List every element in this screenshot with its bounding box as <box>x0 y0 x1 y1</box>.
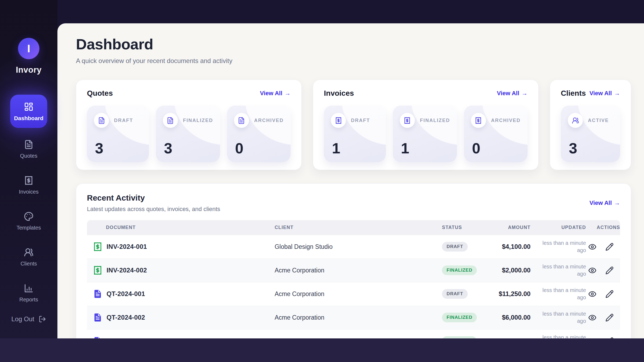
amount: $4,100.00 <box>495 235 530 258</box>
amount: $6,000.00 <box>495 306 530 329</box>
sidebar-item-quotes[interactable]: Quotes <box>20 140 37 159</box>
updated-time: less than a minute ago <box>530 329 586 338</box>
table-row[interactable]: QT-2024-003 TechStart Inc. FINALIZED $70… <box>87 329 620 338</box>
clients-view-all-link[interactable]: View All → <box>590 90 620 97</box>
bar-chart-icon <box>24 283 34 293</box>
stat-value: 0 <box>472 141 521 156</box>
document-id: QT-2024-002 <box>107 314 145 321</box>
stat-tile-quotes-finalized: FINALIZED 3 <box>156 106 220 162</box>
updated-time: less than a minute ago <box>530 306 586 329</box>
recent-activity-subtitle: Latest updates across quotes, invoices, … <box>87 206 220 213</box>
sidebar-item-label: Invoices <box>19 189 38 195</box>
document-id: QT-2024-001 <box>107 290 145 298</box>
clients-card: Clients View All → ACTIVE <box>550 80 631 170</box>
updated-time: less than a minute ago <box>530 282 586 306</box>
table-header-row: DOCUMENT CLIENT STATUS AMOUNT UPDATED AC… <box>87 220 620 235</box>
quotes-card: Quotes View All → DRAFT <box>76 80 302 170</box>
arrow-right-icon: → <box>614 90 620 97</box>
sidebar-item-dashboard[interactable]: Dashboard <box>10 95 47 128</box>
users-icon <box>24 248 34 257</box>
table-row[interactable]: INV-2024-002 Acme Corporation FINALIZED … <box>87 258 620 282</box>
users-icon <box>568 113 583 128</box>
recent-activity-table: DOCUMENT CLIENT STATUS AMOUNT UPDATED AC… <box>87 220 620 338</box>
file-icon <box>234 113 249 128</box>
receipt-icon <box>93 265 103 275</box>
table-row[interactable]: QT-2024-002 Acme Corporation FINALIZED $… <box>87 306 620 329</box>
view-all-label: View All <box>590 90 612 97</box>
view-all-label: View All <box>590 200 612 206</box>
sidebar-item-label: Quotes <box>20 153 37 159</box>
bottom-bar <box>0 338 644 362</box>
logout-button[interactable]: Log Out <box>0 315 57 323</box>
stat-label: ARCHIVED <box>491 118 521 123</box>
main-content: Dashboard A quick overview of your recen… <box>57 23 644 338</box>
stat-label: DRAFT <box>114 118 133 123</box>
stat-label: FINALIZED <box>420 118 450 123</box>
file-icon <box>93 289 103 299</box>
receipt-icon <box>24 176 34 185</box>
view-icon[interactable] <box>588 243 597 251</box>
status-badge: FINALIZED <box>442 313 477 322</box>
quotes-view-all-link[interactable]: View All → <box>260 90 291 97</box>
sidebar-item-label: Clients <box>20 261 37 267</box>
receipt-icon <box>93 242 103 252</box>
column-header-amount: AMOUNT <box>495 220 530 235</box>
card-title: Quotes <box>87 89 113 98</box>
table-row[interactable]: QT-2024-001 Acme Corporation DRAFT $11,2… <box>87 282 620 306</box>
receipt-icon <box>331 113 346 128</box>
brand-logo-letter: I <box>27 43 30 55</box>
view-icon[interactable] <box>588 266 597 275</box>
arrow-right-icon: → <box>522 90 528 97</box>
status-badge: DRAFT <box>442 289 468 299</box>
stat-value: 3 <box>164 141 213 156</box>
recent-activity-card: Recent Activity Latest updates across qu… <box>76 183 631 338</box>
arrow-right-icon: → <box>285 90 291 97</box>
sidebar-item-invoices[interactable]: Invoices <box>19 176 38 195</box>
edit-icon[interactable] <box>605 243 614 251</box>
invoices-card: Invoices View All → DRAFT <box>313 80 539 170</box>
status-badge: FINALIZED <box>442 265 477 275</box>
stat-value: 0 <box>235 141 284 156</box>
amount: $70,000.00 <box>495 329 530 338</box>
stat-tile-quotes-archived: ARCHIVED 0 <box>227 106 291 162</box>
view-icon[interactable] <box>588 290 597 298</box>
sidebar-item-label: Dashboard <box>14 115 43 121</box>
receipt-icon <box>400 113 415 128</box>
logout-icon <box>39 315 46 323</box>
app-window: I Invory Dashboard Quotes Invoices <box>0 0 644 362</box>
column-header-client: CLIENT <box>275 220 442 235</box>
recent-activity-view-all-link[interactable]: View All → <box>590 200 620 206</box>
card-title: Clients <box>561 89 586 98</box>
view-all-label: View All <box>497 90 519 97</box>
view-icon[interactable] <box>588 313 597 322</box>
receipt-icon <box>471 113 486 128</box>
file-icon <box>163 113 178 128</box>
file-icon <box>93 336 103 338</box>
invoices-view-all-link[interactable]: View All → <box>497 90 528 97</box>
edit-icon[interactable] <box>605 313 614 322</box>
edit-icon[interactable] <box>605 266 614 275</box>
page-title: Dashboard <box>76 35 631 53</box>
logout-label: Log Out <box>11 315 34 323</box>
edit-icon[interactable] <box>605 290 614 298</box>
dashboard-icon <box>24 102 34 112</box>
stat-value: 3 <box>569 141 613 156</box>
brand-logo: I <box>18 38 39 59</box>
view-all-label: View All <box>260 90 282 97</box>
sidebar-item-reports[interactable]: Reports <box>19 283 38 303</box>
column-header-actions: ACTIONS <box>586 220 620 235</box>
document-id: INV-2024-002 <box>107 267 147 274</box>
card-title: Invoices <box>324 89 354 98</box>
stat-value: 3 <box>95 141 142 156</box>
stat-label: ARCHIVED <box>254 118 284 123</box>
sidebar-item-templates[interactable]: Templates <box>16 212 41 231</box>
stat-value: 1 <box>332 141 379 156</box>
stat-tile-invoices-draft: DRAFT 1 <box>324 106 386 162</box>
sidebar-item-clients[interactable]: Clients <box>20 248 37 267</box>
arrow-right-icon: → <box>614 200 620 206</box>
page-subtitle: A quick overview of your recent document… <box>76 57 631 65</box>
stat-label: DRAFT <box>351 118 370 123</box>
stat-tile-invoices-archived: ARCHIVED 0 <box>464 106 528 162</box>
document-id: INV-2024-001 <box>107 243 147 250</box>
table-row[interactable]: INV-2024-001 Global Design Studio DRAFT … <box>87 235 620 258</box>
